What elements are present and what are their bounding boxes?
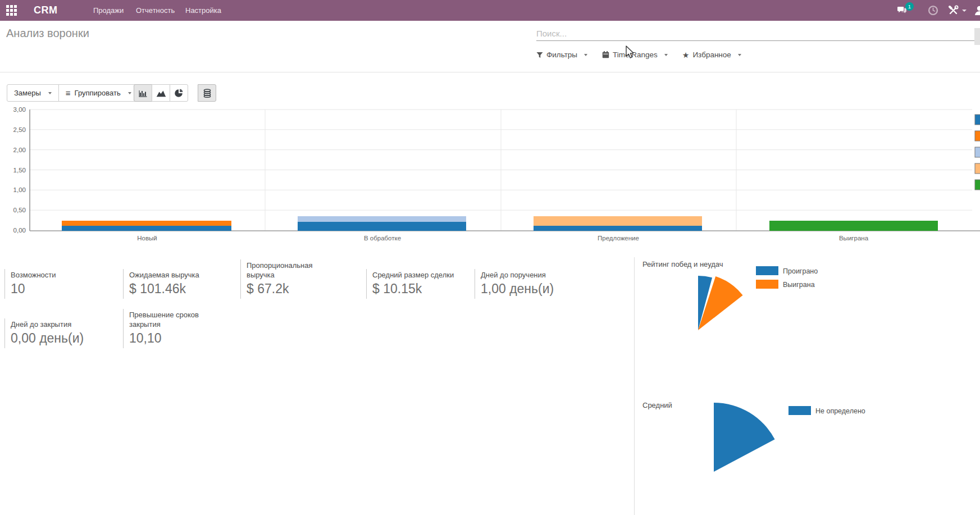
user-avatar-icon[interactable] xyxy=(974,0,980,21)
kpi-expected-revenue: Ожидаемая выручка $ 101.46k xyxy=(123,269,236,299)
pie-chart-icon xyxy=(175,89,184,98)
debug-tools-icon[interactable] xyxy=(948,0,967,21)
chevron-down-icon xyxy=(738,54,741,56)
scrollbar-handle[interactable] xyxy=(974,28,980,45)
kpi-exceeded-close-days: Превышение сроков закрытия 10,10 xyxy=(123,309,236,348)
legend-swatch-green[interactable] xyxy=(975,180,980,190)
bar-segment-blue xyxy=(534,226,702,231)
x-tick-label: Новый xyxy=(137,235,157,241)
bar-group-won xyxy=(769,221,938,231)
page-title: Анализ воронки xyxy=(6,27,89,40)
x-tick-label: В обработке xyxy=(364,235,401,241)
pie-slice-undefined xyxy=(714,403,775,472)
bar-segment-orange xyxy=(62,221,231,226)
kpi-opportunities: Возможности 10 xyxy=(4,269,118,299)
bar-chart-button[interactable] xyxy=(134,84,152,102)
kpi-row-1: Возможности 10 Ожидаемая выручка $ 101.4… xyxy=(0,259,609,299)
calendar-icon xyxy=(602,51,609,58)
bar-segment-blue xyxy=(62,226,231,231)
crm-funnel-analysis-screen: CRM Продажи Отчетность Настройка 1 xyxy=(0,0,980,515)
kpi-row-2: Дней до закрытия 0,00 день(и) Превышение… xyxy=(0,309,236,348)
legend-swatch-blue[interactable] xyxy=(975,115,980,125)
stacked-toggle-group xyxy=(198,84,216,102)
kpi-average-deal-size: Средний размер сделки $ 10.15k xyxy=(366,269,470,299)
legend-swatch-light-orange[interactable] xyxy=(975,163,980,174)
win-loss-pie-chart: Проиграно Выиграна xyxy=(635,256,972,376)
pie-chart-button[interactable] xyxy=(170,84,188,102)
average-pie-chart: Не определено xyxy=(635,393,972,515)
filters-dropdown[interactable]: Фильтры xyxy=(536,51,587,59)
kpi-prorated-revenue: Пропорциональная выручка $ 67.2k xyxy=(240,259,362,299)
y-tick-label: 1,50 xyxy=(13,167,26,174)
stacked-bars-button[interactable] xyxy=(198,84,216,102)
funnel-bar-chart: 3,00 2,50 2,00 1,50 1,00 0,50 0,00 xyxy=(0,104,980,250)
bar-group-in-progress xyxy=(298,216,466,231)
search-input[interactable] xyxy=(536,26,979,41)
legend-swatch-light-blue[interactable] xyxy=(975,147,980,157)
legend-swatch-lost[interactable] xyxy=(756,266,778,275)
legend-label-lost[interactable]: Проиграно xyxy=(783,267,818,275)
area-chart-button[interactable] xyxy=(152,84,170,102)
y-tick-label: 0,00 xyxy=(13,227,26,234)
app-name[interactable]: CRM xyxy=(34,0,58,21)
legend-label-won[interactable]: Выиграна xyxy=(783,281,815,289)
y-tick-label: 2,50 xyxy=(13,126,26,133)
legend-swatch-orange[interactable] xyxy=(975,131,980,141)
star-icon: ★ xyxy=(682,51,690,59)
chevron-down-icon xyxy=(664,54,668,56)
y-tick-label: 3,00 xyxy=(13,106,26,113)
legend-label-undefined[interactable]: Не определено xyxy=(815,407,865,415)
measures-button[interactable]: Замеры xyxy=(7,84,59,102)
search-facets: Фильтры Time Ranges ★ Избранное xyxy=(536,51,741,59)
y-tick-label: 0,50 xyxy=(13,207,26,213)
apps-grid-icon[interactable] xyxy=(6,5,17,16)
control-panel: Анализ воронки Фильтры Time Ranges xyxy=(0,21,980,72)
bar-segment-light-blue xyxy=(298,216,466,222)
kpi-days-to-assign: Дней до поручения 1,00 день(и) xyxy=(475,269,609,299)
menu-settings[interactable]: Настройка xyxy=(185,0,221,21)
groupby-list-icon: ≡ xyxy=(66,88,71,98)
chart-legend-clipped[interactable] xyxy=(975,115,980,190)
y-tick-label: 1,00 xyxy=(13,186,26,193)
menu-reporting[interactable]: Отчетность xyxy=(136,0,175,21)
bar-chart-icon xyxy=(138,89,148,97)
legend-swatch-won[interactable] xyxy=(756,280,778,289)
bar-group-proposition xyxy=(534,216,702,231)
bar-segment-green xyxy=(769,221,938,231)
chevron-down-icon xyxy=(48,92,52,94)
top-navbar: CRM Продажи Отчетность Настройка 1 xyxy=(0,0,980,21)
chevron-down-icon xyxy=(584,54,587,56)
message-count-badge[interactable]: 1 xyxy=(905,2,914,11)
area-chart-icon xyxy=(156,89,166,97)
chart-type-switcher xyxy=(134,84,188,102)
chevron-down-icon xyxy=(128,92,131,94)
x-tick-label: Предложение xyxy=(598,235,639,241)
y-tick-label: 2,00 xyxy=(13,147,26,153)
menu-sales[interactable]: Продажи xyxy=(93,0,124,21)
bar-segment-light-orange xyxy=(534,216,702,226)
stacked-layers-icon xyxy=(203,89,212,98)
x-tick-label: Выиграна xyxy=(839,235,869,241)
mouse-cursor xyxy=(625,45,636,60)
favorites-dropdown[interactable]: ★ Избранное xyxy=(682,51,741,59)
funnel-icon xyxy=(536,52,543,58)
bar-segment-blue xyxy=(298,222,466,231)
activities-clock-icon[interactable] xyxy=(928,0,938,21)
kpi-days-to-close: Дней до закрытия 0,00 день(и) xyxy=(4,318,118,348)
groupby-button[interactable]: ≡ Группировать xyxy=(58,84,139,102)
tools-caret-icon xyxy=(962,10,967,12)
legend-swatch-undefined[interactable] xyxy=(788,406,811,415)
bar-group-new xyxy=(62,221,231,231)
measures-groupby-toolbar: Замеры ≡ Группировать xyxy=(7,84,139,102)
